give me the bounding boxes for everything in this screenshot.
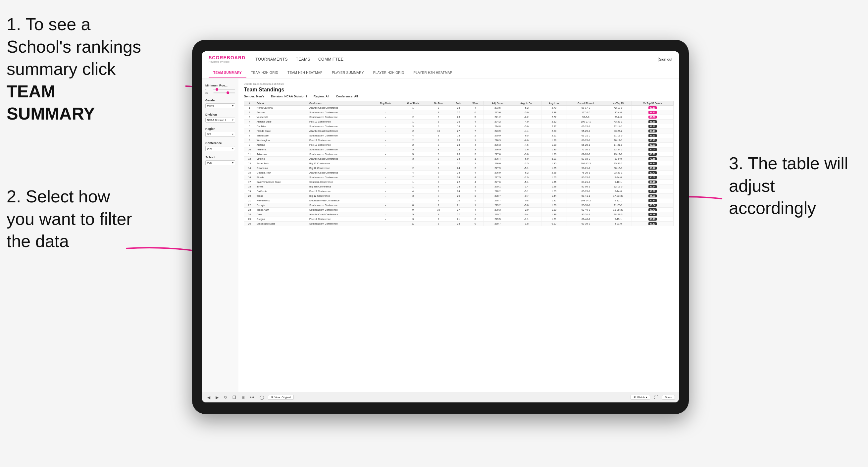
table-row: 15 Georgia Tech Atlantic Coast Conferenc… [244, 170, 674, 175]
col-rnds: Rnds [450, 101, 467, 106]
share-icon[interactable]: ❐ [231, 395, 238, 400]
filter-division-label: Division [205, 113, 235, 116]
filter-minimum-rank: Minimum Rou... 4 30 [205, 84, 235, 94]
filter-school-label: School [205, 156, 235, 159]
filters-sidebar: Minimum Rou... 4 30 Gender [202, 79, 239, 392]
table-header: Update time: 27/03/2024 16:56:26 Team St… [244, 83, 674, 98]
filter-gender: Gender Men's ▾ [205, 99, 235, 108]
filter-region: Region N/A ▾ [205, 127, 235, 137]
main-content: Minimum Rou... 4 30 Gender [202, 79, 679, 392]
filter-school: School (All) ▾ [205, 156, 235, 165]
col-avg-low: Avg. Low [541, 101, 567, 106]
filter-region-input[interactable]: N/A ▾ [205, 132, 235, 137]
table-row: 9 Arizona Pac-12 Conference - 2 8 23 4 2… [244, 143, 674, 147]
table-conference-filter: Conference: All [336, 95, 358, 98]
table-row: 10 Alabama Southeastern Conference - 5 8… [244, 147, 674, 152]
table-row: 22 Georgia Southeastern Conference - 8 7… [244, 203, 674, 208]
refresh-btn[interactable]: ↻ [222, 395, 228, 400]
subnav-team-h2h-heatmap[interactable]: TEAM H2H HEATMAP [283, 68, 327, 78]
col-conf-rank: Conf Rank [399, 101, 427, 106]
table-row: 12 Virginia Atlantic Coast Conference - … [244, 157, 674, 161]
tablet-screen: SCOREBOARD Powered by clippi TOURNAMENTS… [202, 51, 679, 402]
view-original-button[interactable]: 👁 View: Original [268, 395, 294, 400]
subnav-team-h2h-grid[interactable]: TEAM H2H GRID [246, 68, 283, 78]
table-division-filter: Division: NCAA Division I [271, 95, 307, 98]
filter-division-input[interactable]: NCAA Division I ▾ [205, 118, 235, 123]
filter-conference: Conference (All) ▾ [205, 142, 235, 151]
subnav-team-summary[interactable]: TEAM SUMMARY [209, 68, 246, 78]
col-no-tour: No Tour [427, 101, 450, 106]
table-row: 20 Texas Big 12 Conference - 3 7 20 3 27… [244, 194, 674, 198]
table-row: 7 Tennessee Southeastern Conference - 4 … [244, 133, 674, 138]
watch-button[interactable]: 👁 Watch ▾ [630, 395, 650, 400]
col-avg-par: Avg. to Par [512, 101, 541, 106]
logo: SCOREBOARD Powered by clippi [209, 55, 245, 63]
table-row: 6 Florida State Atlantic Coast Conferenc… [244, 129, 674, 133]
forward-btn[interactable]: ▶ [214, 395, 220, 400]
table-row: 8 Washington Pac-12 Conference - 2 8 23 … [244, 138, 674, 143]
table-row: 2 Auburn Southeastern Conference - 1 9 2… [244, 110, 674, 115]
more-icon[interactable]: ••• [249, 395, 256, 400]
table-row: 4 Arizona State Pac-12 Conference - 1 8 … [244, 120, 674, 124]
navbar: SCOREBOARD Powered by clippi TOURNAMENTS… [202, 51, 679, 67]
filter-minimum-rank-label: Minimum Rou... [205, 84, 235, 87]
col-overall: Overall Record [567, 101, 605, 106]
table-row: 5 Ole Miss Southeastern Conference - 3 6… [244, 124, 674, 129]
table-area: Update time: 27/03/2024 16:56:26 Team St… [239, 79, 679, 392]
view-icon: 👁 [271, 396, 274, 399]
standings-table: # School Conference Reg Rank Conf Rank N… [244, 101, 674, 226]
nav-teams[interactable]: TEAMS [296, 56, 310, 63]
subnav-player-h2h-heatmap[interactable]: PLAYER H2H HEATMAP [409, 68, 457, 78]
share-button[interactable]: Share [662, 395, 675, 400]
subnav: TEAM SUMMARY TEAM H2H GRID TEAM H2H HEAT… [202, 67, 679, 79]
nav-tournaments[interactable]: TOURNAMENTS [255, 56, 288, 63]
col-rank: # [244, 101, 255, 106]
subnav-player-h2h-grid[interactable]: PLAYER H2H GRID [369, 68, 409, 78]
table-row: 24 Duke Atlantic Coast Conference - 5 9 … [244, 212, 674, 217]
expand-icon[interactable]: ⛶ [653, 395, 659, 400]
subnav-player-summary[interactable]: PLAYER SUMMARY [327, 68, 369, 78]
filter-min-label: 4 [205, 88, 212, 91]
table-row: 1 North Carolina Atlantic Coast Conferen… [244, 106, 674, 110]
col-school: School [255, 101, 308, 106]
table-row: 23 Texas A&M Southeastern Conference - 9… [244, 208, 674, 212]
filter-school-input[interactable]: (All) ▾ [205, 160, 235, 165]
table-row: 18 Illinois Big Ten Conference - 1 8 23 … [244, 185, 674, 189]
table-gender-filter: Gender: Men's [244, 95, 264, 98]
table-title: Team Standings [244, 87, 674, 93]
col-conference: Conference [308, 101, 372, 106]
filter-conference-label: Conference [205, 142, 235, 145]
table-row: 14 Oklahoma Big 12 Conference - 2 8 24 2… [244, 166, 674, 170]
bottom-toolbar: ◀ ▶ ↻ ❐ ⊞ ••• ◯ 👁 View: Original 👁 Watch… [202, 392, 679, 402]
col-reg-rank: Reg Rank [372, 101, 399, 106]
filter-region-label: Region [205, 127, 235, 130]
back-btn[interactable]: ◀ [206, 395, 212, 400]
instruction-step-3: 3. The table will adjust accordingly [729, 152, 861, 220]
nav-items: TOURNAMENTS TEAMS COMMITTEE [255, 56, 658, 63]
logo-subtitle: Powered by clippi [209, 60, 245, 63]
filter-conference-input[interactable]: (All) ▾ [205, 146, 235, 151]
table-row: 16 Florida Southeastern Conference - 7 9… [244, 175, 674, 180]
col-adj-score: Adj. Score [484, 101, 512, 106]
filter-division: Division NCAA Division I ▾ [205, 113, 235, 123]
table-row: 3 Vanderbilt Southeastern Conference - 2… [244, 115, 674, 120]
table-row: 17 East Tennessee State Southern Confere… [244, 180, 674, 185]
nav-committee[interactable]: COMMITTEE [318, 56, 344, 63]
grid-icon[interactable]: ⊞ [240, 395, 246, 400]
update-time: Update time: 27/03/2024 16:56:26 [244, 83, 674, 86]
filter-max-label: 30 [205, 92, 212, 94]
watch-icon: 👁 [633, 396, 636, 399]
sign-out-link[interactable]: Sign out [659, 57, 672, 61]
instruction-step-2: 2. Select how you want to filter the dat… [7, 185, 132, 253]
filter-gender-label: Gender [205, 99, 235, 102]
table-row: 26 Mississippi State Southeastern Confer… [244, 222, 674, 226]
table-row: 11 Arkansas Southeastern Conference - 5 … [244, 152, 674, 157]
clock-icon[interactable]: ◯ [258, 395, 265, 400]
filter-gender-input[interactable]: Men's ▾ [205, 103, 235, 108]
filter-rank-slider-container: 4 30 [205, 88, 235, 94]
col-wins: Wins [467, 101, 484, 106]
col-vt25: Vs Top 25 [605, 101, 631, 106]
col-score: Vs Top 50 Points [631, 101, 673, 106]
logo-title: SCOREBOARD [209, 55, 245, 60]
tablet-device: SCOREBOARD Powered by clippi TOURNAMENTS… [192, 40, 689, 414]
